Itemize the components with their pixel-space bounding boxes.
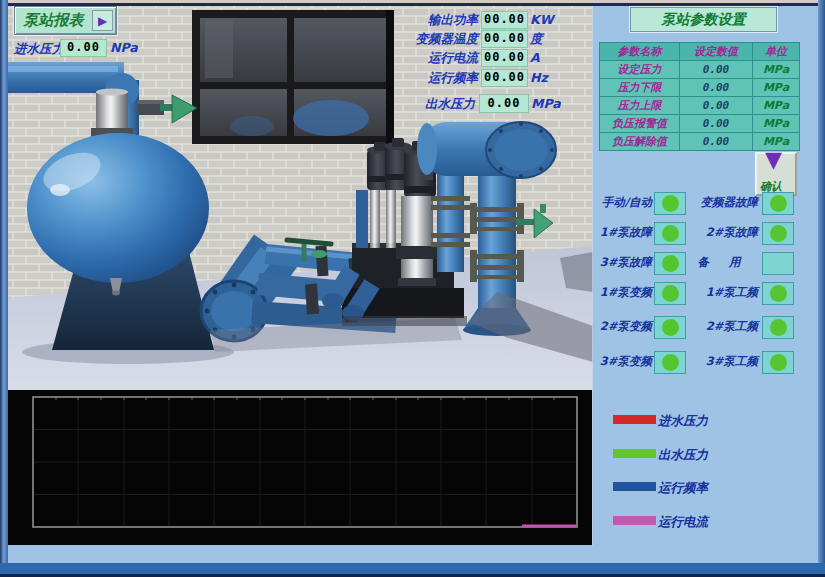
run-frequency-label: 运行频率 xyxy=(402,70,478,87)
legend-swatch-inlet-pressure xyxy=(613,415,656,424)
param-name: 负压报警值 xyxy=(600,115,680,133)
output-power-value: 00.00 xyxy=(481,11,528,29)
pump-casing xyxy=(401,196,433,282)
pump-station-hmi-screen: 泵站报表 ▶ 进水压力 0.00 NPa 输出功率 00.00 KW 变频器温度… xyxy=(0,0,825,577)
lamp-spare xyxy=(762,252,794,275)
param-value[interactable]: 0.00 xyxy=(680,79,753,97)
run-current-label: 运行电流 xyxy=(402,50,478,67)
lamp-pump1-fault xyxy=(654,222,686,245)
tank-vent-cylinder xyxy=(91,89,133,141)
lamp-pump1-vfd xyxy=(654,282,686,305)
lamp-pump2-fault xyxy=(762,222,794,245)
lamp-circle xyxy=(770,195,787,212)
lamp-pump1-mains xyxy=(762,282,794,305)
run-current-unit: A xyxy=(530,50,540,65)
lamp-pump2-mains xyxy=(762,316,794,339)
lamp-circle xyxy=(662,285,679,302)
param-name: 压力下限 xyxy=(600,79,680,97)
lamp-circle xyxy=(770,354,787,371)
param-name: 压力上限 xyxy=(600,97,680,115)
outlet-pressure-value: 0.00 xyxy=(479,94,529,113)
legend-swatch-run-current xyxy=(613,516,656,525)
param-unit: MPa xyxy=(753,97,800,115)
param-value[interactable]: 0.00 xyxy=(680,61,753,79)
status-label-pump2-fault: 2#泵故障 xyxy=(688,225,758,240)
status-label-pump2-mains: 2#泵工频 xyxy=(688,319,758,334)
settings-panel-title: 泵站参数设置 xyxy=(630,7,777,32)
param-name: 负压解除值 xyxy=(600,133,680,151)
header-param-name: 参数名称 xyxy=(600,43,680,61)
status-label-pump3-vfd: 3#泵变频 xyxy=(586,354,652,369)
confirm-triangle-icon: ▼ xyxy=(765,149,782,171)
lamp-circle xyxy=(770,319,787,336)
param-unit: MPa xyxy=(753,79,800,97)
discharge-header-pipe xyxy=(417,122,556,178)
outlet-pressure-unit: MPa xyxy=(531,96,561,111)
trend-chart xyxy=(8,390,592,545)
lamp-circle xyxy=(662,255,679,272)
param-unit: MPa xyxy=(753,115,800,133)
report-button-label: 泵站报表 xyxy=(15,11,92,30)
settings-table: 参数名称 设定数值 单位 设定压力 0.00 MPa 压力下限 0.00 MPa… xyxy=(599,42,800,151)
window xyxy=(192,10,394,144)
status-label-pump2-vfd: 2#泵变频 xyxy=(586,319,652,334)
header-set-value: 设定数值 xyxy=(680,43,753,61)
lamp-circle xyxy=(662,225,679,242)
legend-swatch-outlet-pressure xyxy=(613,449,656,458)
lamp-circle xyxy=(662,354,679,371)
lamp-pump2-vfd xyxy=(654,316,686,339)
inlet-pressure-unit: NPa xyxy=(110,40,138,55)
frame-right xyxy=(818,0,825,577)
table-row: 负压报警值 0.00 MPa xyxy=(600,115,800,133)
panel-divider xyxy=(592,6,593,545)
param-value[interactable]: 0.00 xyxy=(680,133,753,151)
vfd-temperature-label: 变频器温度 xyxy=(395,31,478,48)
lamp-pump3-vfd xyxy=(654,351,686,374)
param-value[interactable]: 0.00 xyxy=(680,97,753,115)
lamp-pump3-fault xyxy=(654,252,686,275)
param-value[interactable]: 0.00 xyxy=(680,115,753,133)
lamp-pump3-mains xyxy=(762,351,794,374)
frame-top-dark xyxy=(0,3,825,6)
status-label-vfd-fault: 变频器故障 xyxy=(688,195,758,210)
lamp-circle xyxy=(662,195,679,212)
run-current-value: 00.00 xyxy=(481,49,528,67)
report-button[interactable]: 泵站报表 ▶ xyxy=(14,6,117,35)
legend-label-run-frequency: 运行频率 xyxy=(658,480,708,497)
lamp-manual-auto xyxy=(654,192,686,215)
status-label-pump3-fault: 3#泵故障 xyxy=(586,255,652,270)
run-frequency-unit: Hz xyxy=(530,70,548,85)
status-label-pump1-vfd: 1#泵变频 xyxy=(586,285,652,300)
status-label-pump1-mains: 1#泵工频 xyxy=(688,285,758,300)
param-unit: MPa xyxy=(753,61,800,79)
outlet-pressure-label: 出水压力 xyxy=(400,96,475,113)
lamp-circle xyxy=(662,319,679,336)
inlet-pressure-value: 0.00 xyxy=(60,39,107,57)
grid-lines xyxy=(34,398,576,526)
lamp-circle xyxy=(770,255,787,272)
status-label-pump3-mains: 3#泵工频 xyxy=(688,354,758,369)
table-row: 设定压力 0.00 MPa xyxy=(600,61,800,79)
table-row: 压力下限 0.00 MPa xyxy=(600,79,800,97)
legend-swatch-run-frequency xyxy=(613,482,656,491)
header-unit: 单位 xyxy=(753,43,800,61)
lamp-circle xyxy=(770,285,787,302)
table-row: 压力上限 0.00 MPa xyxy=(600,97,800,115)
inlet-pressure-label: 进水压力 xyxy=(14,41,64,58)
legend-label-inlet-pressure: 进水压力 xyxy=(658,413,708,430)
vfd-temperature-value: 00.00 xyxy=(481,30,528,48)
param-name: 设定压力 xyxy=(600,61,680,79)
status-label-manual-auto: 手动/自动 xyxy=(586,195,652,210)
vfd-temperature-unit: 度 xyxy=(530,31,543,48)
confirm-button[interactable]: ▼ 确认 xyxy=(755,152,797,196)
status-label-spare: 备 用 xyxy=(688,255,758,270)
legend-label-outlet-pressure: 出水压力 xyxy=(658,447,708,464)
lamp-circle xyxy=(770,225,787,242)
run-frequency-value: 00.00 xyxy=(481,69,528,87)
output-power-unit: KW xyxy=(530,12,553,27)
output-power-label: 输出功率 xyxy=(402,12,478,29)
frame-left xyxy=(0,0,8,577)
settings-table-header: 参数名称 设定数值 单位 xyxy=(600,43,800,61)
play-icon[interactable]: ▶ xyxy=(92,10,113,31)
frame-bottom xyxy=(0,563,825,574)
